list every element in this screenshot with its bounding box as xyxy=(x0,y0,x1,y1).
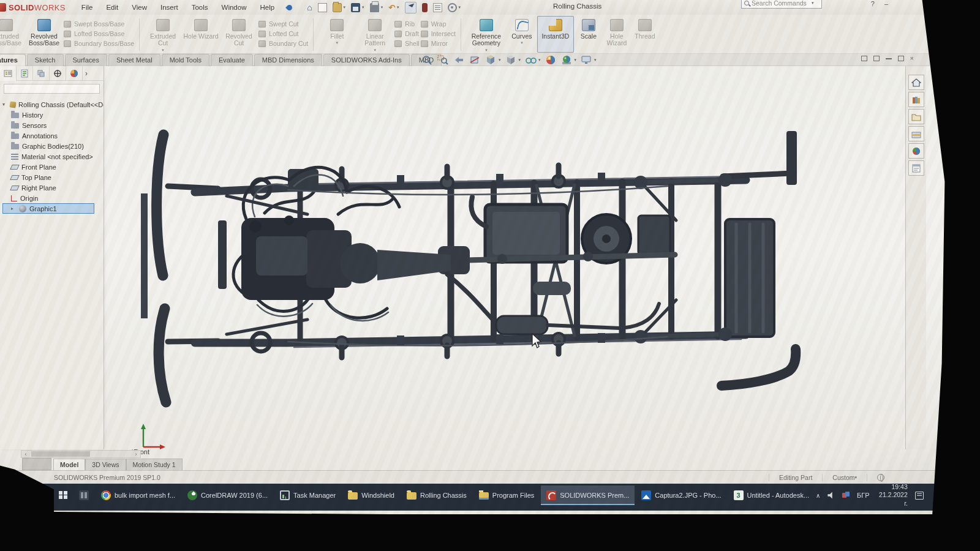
toolbox-icon[interactable] xyxy=(908,126,924,141)
new-document-icon[interactable] xyxy=(318,3,327,12)
feature-manager-icon[interactable] xyxy=(0,66,17,81)
panel-horizontal-scrollbar[interactable]: ‹ › xyxy=(21,450,141,458)
swept-boss-base-button[interactable]: Swept Boss/Base xyxy=(64,20,134,28)
units-selector[interactable]: Custom▾ xyxy=(822,474,867,481)
home-icon[interactable] xyxy=(908,75,924,90)
tab-evaluate[interactable]: Evaluate xyxy=(211,54,253,66)
apply-scene-icon[interactable] xyxy=(561,54,573,66)
reference-geometry-button[interactable]: Reference Geometry▾ xyxy=(466,16,507,51)
previous-view-icon[interactable] xyxy=(453,54,465,66)
menu-window[interactable]: Window xyxy=(222,4,247,11)
undo-icon[interactable]: ↶ xyxy=(388,3,395,12)
tree-item-history[interactable]: History xyxy=(2,110,104,120)
scroll-right-icon[interactable]: › xyxy=(132,451,140,457)
tray-expand-icon[interactable]: ∧ xyxy=(816,492,820,499)
view-orientation-icon[interactable] xyxy=(485,54,497,66)
taskbar-clock[interactable]: 19:43 21.2.2022 г. xyxy=(877,483,908,507)
rebuild-icon[interactable] xyxy=(422,3,428,12)
volume-icon[interactable] xyxy=(827,492,835,499)
tree-item-sensors[interactable]: Sensors xyxy=(2,120,104,130)
action-center-icon[interactable] xyxy=(915,492,924,500)
search-caret-icon[interactable]: ▾ xyxy=(812,1,814,6)
view-settings-icon[interactable] xyxy=(581,54,592,66)
scroll-left-icon[interactable]: ‹ xyxy=(21,451,30,457)
options-gear-icon[interactable] xyxy=(448,3,457,12)
design-library-icon[interactable] xyxy=(908,92,924,107)
edit-appearance-icon[interactable] xyxy=(545,54,557,66)
display-manager-icon[interactable] xyxy=(66,66,83,81)
configuration-manager-icon[interactable] xyxy=(33,66,50,81)
graphics-area[interactable]: *Front › ▾ Rolling Chassis (Default<<Def… xyxy=(0,66,980,470)
taskbar-pinned-app[interactable] xyxy=(74,485,94,505)
tab-solidworks-addins[interactable]: SOLIDWORKS Add-Ins xyxy=(323,54,410,66)
tree-item-material[interactable]: Material <not specified> xyxy=(2,151,104,162)
revolved-cut-button[interactable]: Revolved Cut xyxy=(221,16,257,47)
hide-show-items-icon[interactable] xyxy=(525,54,537,66)
hole-wizard-button[interactable]: Hole Wizard xyxy=(183,16,219,40)
tray-app-icon[interactable] xyxy=(842,492,850,499)
search-input[interactable] xyxy=(752,0,813,7)
scroll-track[interactable] xyxy=(30,451,132,457)
tab-sketch[interactable]: Sketch xyxy=(27,54,64,66)
chassis-model-top-view[interactable] xyxy=(104,66,926,463)
tree-filter-input[interactable] xyxy=(4,84,100,94)
thread-button[interactable]: Thread xyxy=(631,16,658,40)
scroll-thumb[interactable] xyxy=(31,451,90,457)
tree-item-right-plane[interactable]: Right Plane xyxy=(2,182,104,193)
tag-globe-icon[interactable] xyxy=(867,474,894,481)
taskbar-task-manager[interactable]: Task Manager xyxy=(274,485,341,505)
taskbar-autodesk[interactable]: 3Untitled - Autodesk... xyxy=(728,485,815,505)
tab-surfaces[interactable]: Surfaces xyxy=(65,54,107,66)
expand-icon[interactable]: ▸ xyxy=(11,206,16,211)
pin-menu-icon[interactable] xyxy=(285,4,293,12)
tab-motion-study[interactable]: Motion Study 1 xyxy=(126,459,183,470)
revolved-boss-base-button[interactable]: Revolved Boss/Base xyxy=(26,16,62,47)
extruded-boss-base-button[interactable]: Extruded Boss/Base xyxy=(0,16,24,47)
save-icon[interactable] xyxy=(351,3,360,12)
tab-mold-tools[interactable]: Mold Tools xyxy=(162,54,209,66)
restore-icon[interactable] xyxy=(861,56,867,61)
tree-item-front-plane[interactable]: Front Plane xyxy=(2,162,104,172)
custom-properties-icon[interactable] xyxy=(908,160,924,176)
taskbar-program-files[interactable]: Program Files xyxy=(473,485,540,505)
linear-pattern-button[interactable]: Linear Pattern▾ xyxy=(356,16,393,51)
instant3d-button[interactable]: Instant3D xyxy=(537,16,574,53)
taskbar-coreldraw[interactable]: CorelDRAW 2019 (6... xyxy=(182,485,273,505)
lofted-cut-button[interactable]: Lofted Cut xyxy=(258,30,308,37)
tab-sheet-metal[interactable]: Sheet Metal xyxy=(108,54,160,66)
tree-item-annotations[interactable]: Annotations xyxy=(2,130,104,141)
help-icon[interactable]: ? xyxy=(871,0,875,7)
zoom-to-area-icon[interactable] xyxy=(437,54,449,66)
print-icon[interactable] xyxy=(370,3,379,12)
file-explorer-icon[interactable] xyxy=(908,109,924,124)
display-style-icon[interactable] xyxy=(505,54,517,66)
taskbar-photo-viewer[interactable]: Captura2.JPG - Pho... xyxy=(636,485,726,505)
minimize-document-icon[interactable] xyxy=(886,58,892,59)
lofted-boss-base-button[interactable]: Lofted Boss/Base xyxy=(64,30,134,37)
expand-icon[interactable]: ▾ xyxy=(2,102,7,107)
property-manager-icon[interactable] xyxy=(17,66,33,81)
maximize-document-icon[interactable] xyxy=(898,56,904,61)
tree-item-origin[interactable]: Origin xyxy=(2,193,104,203)
keyboard-language[interactable]: БГР xyxy=(857,492,870,499)
scale-button[interactable]: Scale xyxy=(575,16,602,40)
taskbar-folder-windshield[interactable]: Windshield xyxy=(342,485,400,505)
appearances-icon[interactable] xyxy=(908,143,924,159)
panel-expand-icon[interactable]: › xyxy=(85,69,88,78)
select-cursor-icon[interactable] xyxy=(405,2,417,13)
tree-item-top-plane[interactable]: Top Plane xyxy=(2,172,104,182)
tree-item-graphic-bodies[interactable]: Graphic Bodies(210) xyxy=(2,141,104,151)
boundary-boss-base-button[interactable]: Boundary Boss/Base xyxy=(64,40,134,47)
tab-3d-views[interactable]: 3D Views xyxy=(85,459,126,470)
tab-features[interactable]: Features xyxy=(0,54,26,66)
fillet-button[interactable]: Fillet▾ xyxy=(318,16,355,44)
mirror-button[interactable]: Mirror xyxy=(421,40,456,47)
close-document-icon[interactable]: × xyxy=(910,56,914,61)
rib-button[interactable]: Rib xyxy=(394,20,419,28)
menu-file[interactable]: File xyxy=(81,4,93,11)
taskbar-folder-rolling-chassis[interactable]: Rolling Chassis xyxy=(401,485,472,505)
hole-wizard-button-2[interactable]: Hole Wizard xyxy=(603,16,630,47)
tab-mbd-dimensions[interactable]: MBD Dimensions xyxy=(254,54,322,66)
tab-model[interactable]: Model xyxy=(53,459,85,470)
taskbar-chrome[interactable]: bulk import mesh f... xyxy=(96,485,181,505)
